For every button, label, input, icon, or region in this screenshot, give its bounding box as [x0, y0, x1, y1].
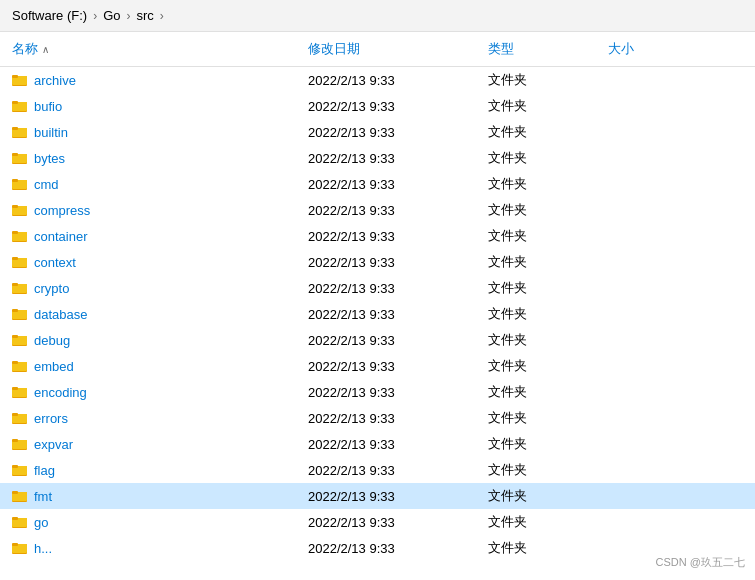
- table-row[interactable]: compress 2022/2/13 9:33 文件夹: [0, 197, 755, 223]
- file-size-cell: [600, 312, 700, 316]
- file-type-cell: 文件夹: [480, 329, 600, 351]
- file-size-cell: [600, 182, 700, 186]
- folder-icon: [12, 541, 28, 555]
- breadcrumb-go[interactable]: Go: [103, 8, 120, 23]
- file-name-cell: bytes: [0, 149, 300, 168]
- folder-icon: [12, 281, 28, 295]
- file-date-cell: 2022/2/13 9:33: [300, 331, 480, 350]
- svg-rect-56: [12, 543, 18, 546]
- table-row[interactable]: database 2022/2/13 9:33 文件夹: [0, 301, 755, 327]
- table-row[interactable]: embed 2022/2/13 9:33 文件夹: [0, 353, 755, 379]
- col-header-name[interactable]: 名称 ∧: [0, 36, 300, 62]
- file-name-cell: context: [0, 253, 300, 272]
- file-name-cell: archive: [0, 71, 300, 90]
- svg-rect-5: [12, 101, 18, 104]
- file-size-cell: [600, 208, 700, 212]
- file-name-text: embed: [34, 359, 74, 374]
- folder-icon: [12, 385, 28, 399]
- folder-icon: [12, 125, 28, 139]
- col-header-type[interactable]: 类型: [480, 36, 600, 62]
- breadcrumb-software[interactable]: Software (F:): [12, 8, 87, 23]
- svg-rect-8: [12, 127, 18, 130]
- table-row[interactable]: fmt 2022/2/13 9:33 文件夹: [0, 483, 755, 509]
- folder-icon: [12, 411, 28, 425]
- table-row[interactable]: expvar 2022/2/13 9:33 文件夹: [0, 431, 755, 457]
- svg-rect-47: [12, 465, 18, 468]
- breadcrumb-sep-1: ›: [93, 9, 97, 23]
- file-name-text: database: [34, 307, 88, 322]
- file-size-cell: [600, 130, 700, 134]
- file-date-cell: 2022/2/13 9:33: [300, 305, 480, 324]
- breadcrumb-sep-3: ›: [160, 9, 164, 23]
- file-name-text: fmt: [34, 489, 52, 504]
- svg-rect-35: [12, 361, 18, 364]
- file-size-cell: [600, 546, 700, 550]
- file-type-cell: 文件夹: [480, 199, 600, 221]
- file-name-text: expvar: [34, 437, 73, 452]
- table-row[interactable]: archive 2022/2/13 9:33 文件夹: [0, 67, 755, 93]
- svg-rect-11: [12, 153, 18, 156]
- svg-rect-20: [12, 231, 18, 234]
- file-type-cell: 文件夹: [480, 303, 600, 325]
- folder-icon: [12, 333, 28, 347]
- file-name-cell: compress: [0, 201, 300, 220]
- breadcrumb-src[interactable]: src: [136, 8, 153, 23]
- file-name-text: bufio: [34, 99, 62, 114]
- file-size-cell: [600, 260, 700, 264]
- title-bar: Software (F:) › Go › src ›: [0, 0, 755, 32]
- file-type-cell: 文件夹: [480, 173, 600, 195]
- file-size-cell: [600, 338, 700, 342]
- file-date-cell: 2022/2/13 9:33: [300, 435, 480, 454]
- table-row[interactable]: encoding 2022/2/13 9:33 文件夹: [0, 379, 755, 405]
- table-row[interactable]: flag 2022/2/13 9:33 文件夹: [0, 457, 755, 483]
- file-name-cell: encoding: [0, 383, 300, 402]
- file-list-container: 名称 ∧ 修改日期 类型 大小 archive 2022/2/13 9:33 文…: [0, 32, 755, 580]
- file-type-cell: 文件夹: [480, 511, 600, 533]
- svg-rect-44: [12, 439, 18, 442]
- file-name-text: go: [34, 515, 48, 530]
- table-row[interactable]: bufio 2022/2/13 9:33 文件夹: [0, 93, 755, 119]
- file-name-cell: h...: [0, 539, 300, 558]
- file-type-cell: 文件夹: [480, 121, 600, 143]
- file-name-cell: container: [0, 227, 300, 246]
- file-name-cell: debug: [0, 331, 300, 350]
- table-row[interactable]: container 2022/2/13 9:33 文件夹: [0, 223, 755, 249]
- file-size-cell: [600, 364, 700, 368]
- table-row[interactable]: context 2022/2/13 9:33 文件夹: [0, 249, 755, 275]
- file-size-cell: [600, 156, 700, 160]
- table-row[interactable]: bytes 2022/2/13 9:33 文件夹: [0, 145, 755, 171]
- table-row[interactable]: h... 2022/2/13 9:33 文件夹: [0, 535, 755, 561]
- table-row[interactable]: crypto 2022/2/13 9:33 文件夹: [0, 275, 755, 301]
- file-type-cell: 文件夹: [480, 225, 600, 247]
- folder-icon: [12, 489, 28, 503]
- file-date-cell: 2022/2/13 9:33: [300, 513, 480, 532]
- file-type-cell: 文件夹: [480, 277, 600, 299]
- file-name-cell: bufio: [0, 97, 300, 116]
- col-header-date[interactable]: 修改日期: [300, 36, 480, 62]
- file-name-cell: crypto: [0, 279, 300, 298]
- table-row[interactable]: debug 2022/2/13 9:33 文件夹: [0, 327, 755, 353]
- folder-icon: [12, 99, 28, 113]
- table-row[interactable]: go 2022/2/13 9:33 文件夹: [0, 509, 755, 535]
- file-name-text: debug: [34, 333, 70, 348]
- table-row[interactable]: builtin 2022/2/13 9:33 文件夹: [0, 119, 755, 145]
- folder-icon: [12, 73, 28, 87]
- table-row[interactable]: cmd 2022/2/13 9:33 文件夹: [0, 171, 755, 197]
- svg-rect-53: [12, 517, 18, 520]
- folder-icon: [12, 359, 28, 373]
- file-name-cell: errors: [0, 409, 300, 428]
- file-name-cell: cmd: [0, 175, 300, 194]
- folder-icon: [12, 463, 28, 477]
- file-type-cell: 文件夹: [480, 407, 600, 429]
- file-type-cell: 文件夹: [480, 381, 600, 403]
- file-name-text: errors: [34, 411, 68, 426]
- file-date-cell: 2022/2/13 9:33: [300, 201, 480, 220]
- svg-rect-41: [12, 413, 18, 416]
- file-name-cell: flag: [0, 461, 300, 480]
- col-header-size[interactable]: 大小: [600, 36, 700, 62]
- table-row[interactable]: errors 2022/2/13 9:33 文件夹: [0, 405, 755, 431]
- file-name-text: context: [34, 255, 76, 270]
- svg-rect-14: [12, 179, 18, 182]
- file-name-text: h...: [34, 541, 52, 556]
- file-date-cell: 2022/2/13 9:33: [300, 123, 480, 142]
